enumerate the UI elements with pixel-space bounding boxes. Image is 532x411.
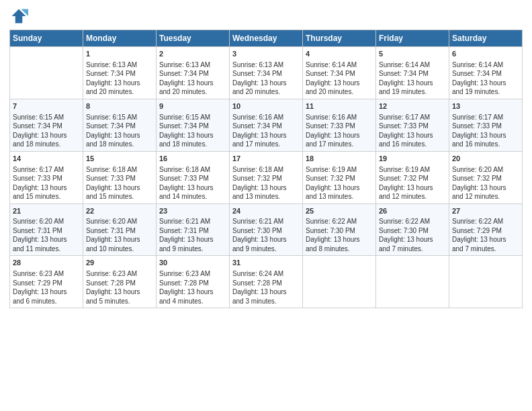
day-number: 17 xyxy=(232,154,300,164)
day-number: 8 xyxy=(86,101,153,111)
day-info: Daylight: 13 hours xyxy=(159,235,226,244)
day-cell: 30Sunrise: 6:23 AMSunset: 7:28 PMDayligh… xyxy=(157,256,230,308)
day-number: 22 xyxy=(86,206,153,216)
week-row-2: 7Sunrise: 6:15 AMSunset: 7:34 PMDaylight… xyxy=(10,99,523,151)
day-info: Sunset: 7:29 PM xyxy=(452,226,519,236)
day-cell: 8Sunrise: 6:15 AMSunset: 7:34 PMDaylight… xyxy=(83,99,157,151)
day-info: Sunset: 7:28 PM xyxy=(159,279,226,288)
day-info: Sunset: 7:34 PM xyxy=(159,122,226,131)
day-info: Sunrise: 6:18 AM xyxy=(159,165,226,175)
day-info: Daylight: 13 hours xyxy=(86,235,153,244)
day-info: Daylight: 13 hours xyxy=(13,183,80,193)
day-cell: 3Sunrise: 6:13 AMSunset: 7:34 PMDaylight… xyxy=(230,47,303,99)
day-cell: 26Sunrise: 6:22 AMSunset: 7:30 PMDayligh… xyxy=(376,203,449,256)
day-info: Sunrise: 6:17 AM xyxy=(452,113,519,122)
day-info: Sunset: 7:31 PM xyxy=(86,226,153,236)
day-cell xyxy=(303,256,376,308)
day-info: and 19 minutes. xyxy=(452,87,519,97)
day-info: and 18 minutes. xyxy=(86,140,153,149)
day-info: Daylight: 13 hours xyxy=(159,131,226,140)
day-cell: 17Sunrise: 6:18 AMSunset: 7:32 PMDayligh… xyxy=(230,151,303,203)
col-header-monday: Monday xyxy=(83,30,157,47)
week-row-1: 1Sunrise: 6:13 AMSunset: 7:34 PMDaylight… xyxy=(10,47,523,99)
week-row-3: 14Sunrise: 6:17 AMSunset: 7:33 PMDayligh… xyxy=(10,151,523,203)
day-info: Sunrise: 6:23 AM xyxy=(13,269,80,279)
day-number: 4 xyxy=(306,49,373,59)
day-cell: 4Sunrise: 6:14 AMSunset: 7:34 PMDaylight… xyxy=(303,47,376,99)
day-info: and 12 minutes. xyxy=(452,192,519,201)
day-cell: 19Sunrise: 6:19 AMSunset: 7:32 PMDayligh… xyxy=(376,151,449,203)
day-info: Sunrise: 6:15 AM xyxy=(159,113,226,122)
day-cell: 5Sunrise: 6:14 AMSunset: 7:34 PMDaylight… xyxy=(376,47,449,99)
day-info: Daylight: 13 hours xyxy=(452,235,519,244)
col-header-saturday: Saturday xyxy=(449,30,523,47)
header xyxy=(9,7,523,26)
day-info: Sunrise: 6:17 AM xyxy=(13,165,80,175)
day-info: and 7 minutes. xyxy=(452,244,519,254)
day-cell: 16Sunrise: 6:18 AMSunset: 7:33 PMDayligh… xyxy=(157,151,230,203)
day-info: Sunset: 7:34 PM xyxy=(379,69,446,79)
day-number: 16 xyxy=(159,154,226,164)
day-info: and 14 minutes. xyxy=(159,192,226,201)
day-info: Daylight: 13 hours xyxy=(13,131,80,140)
day-info: Daylight: 13 hours xyxy=(232,287,300,297)
day-info: Sunset: 7:28 PM xyxy=(232,279,300,288)
day-info: Sunrise: 6:14 AM xyxy=(379,60,446,70)
day-info: Sunrise: 6:22 AM xyxy=(306,217,373,226)
day-info: Sunrise: 6:15 AM xyxy=(86,113,153,122)
day-cell: 27Sunrise: 6:22 AMSunset: 7:29 PMDayligh… xyxy=(449,203,523,256)
day-cell xyxy=(376,256,449,308)
day-info: Sunrise: 6:20 AM xyxy=(86,217,153,226)
day-info: and 19 minutes. xyxy=(379,87,446,97)
day-number: 21 xyxy=(13,206,80,216)
day-info: Daylight: 13 hours xyxy=(306,79,373,88)
day-number: 23 xyxy=(159,206,226,216)
day-info: Sunset: 7:31 PM xyxy=(159,226,226,236)
day-info: Sunrise: 6:18 AM xyxy=(86,165,153,175)
logo xyxy=(9,7,31,26)
day-info: Sunset: 7:30 PM xyxy=(306,226,373,236)
day-number: 26 xyxy=(379,206,446,216)
day-info: Daylight: 13 hours xyxy=(159,79,226,88)
day-info: Sunrise: 6:21 AM xyxy=(159,217,226,226)
day-info: Daylight: 13 hours xyxy=(306,131,373,140)
day-cell: 9Sunrise: 6:15 AMSunset: 7:34 PMDaylight… xyxy=(157,99,230,151)
day-info: and 20 minutes. xyxy=(306,87,373,97)
day-info: Daylight: 13 hours xyxy=(159,183,226,193)
day-info: Sunrise: 6:19 AM xyxy=(306,165,373,175)
day-info: Daylight: 13 hours xyxy=(306,235,373,244)
logo-icon xyxy=(9,7,28,26)
week-row-5: 28Sunrise: 6:23 AMSunset: 7:29 PMDayligh… xyxy=(10,256,523,308)
day-info: and 4 minutes. xyxy=(159,297,226,306)
day-info: Daylight: 13 hours xyxy=(13,235,80,244)
day-info: Sunrise: 6:13 AM xyxy=(86,60,153,70)
day-info: Daylight: 13 hours xyxy=(306,183,373,193)
day-info: Sunrise: 6:19 AM xyxy=(379,165,446,175)
day-cell: 2Sunrise: 6:13 AMSunset: 7:34 PMDaylight… xyxy=(157,47,230,99)
day-info: and 18 minutes. xyxy=(13,140,80,149)
day-info: Sunrise: 6:24 AM xyxy=(232,269,300,279)
day-number: 10 xyxy=(232,101,300,111)
week-row-4: 21Sunrise: 6:20 AMSunset: 7:31 PMDayligh… xyxy=(10,203,523,256)
day-info: Sunset: 7:29 PM xyxy=(13,279,80,288)
day-info: Sunset: 7:34 PM xyxy=(86,122,153,131)
day-info: and 17 minutes. xyxy=(232,140,300,149)
day-info: Sunset: 7:34 PM xyxy=(452,69,519,79)
day-info: Sunset: 7:33 PM xyxy=(306,122,373,131)
day-cell: 6Sunrise: 6:14 AMSunset: 7:34 PMDaylight… xyxy=(449,47,523,99)
day-info: Daylight: 13 hours xyxy=(379,131,446,140)
day-info: and 16 minutes. xyxy=(379,140,446,149)
day-info: Sunrise: 6:13 AM xyxy=(159,60,226,70)
day-info: and 20 minutes. xyxy=(159,87,226,97)
day-info: Sunset: 7:33 PM xyxy=(86,174,153,183)
day-info: Daylight: 13 hours xyxy=(86,79,153,88)
day-info: Sunrise: 6:13 AM xyxy=(232,60,300,70)
day-info: Sunrise: 6:20 AM xyxy=(452,165,519,175)
day-info: and 20 minutes. xyxy=(86,87,153,97)
day-number: 9 xyxy=(159,101,226,111)
day-cell xyxy=(449,256,523,308)
day-number: 24 xyxy=(232,206,300,216)
day-info: Sunset: 7:33 PM xyxy=(13,174,80,183)
day-info: and 13 minutes. xyxy=(306,192,373,201)
day-info: and 8 minutes. xyxy=(306,244,373,254)
